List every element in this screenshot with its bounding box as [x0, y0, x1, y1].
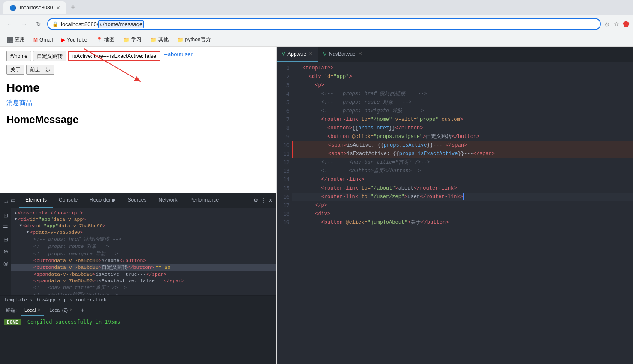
editor-tab-appvue[interactable]: V App.vue ✕ — [277, 47, 318, 62]
terminal-output: DONE Compiled successfully in 195ms — [0, 316, 276, 328]
tab-console[interactable]: Console — [53, 193, 84, 208]
active-tab[interactable]: 🔵 localhost:8080 ✕ — [3, 1, 66, 14]
tab-elements[interactable]: Elements — [19, 193, 53, 208]
device-toolbar-icon[interactable]: ▭ — [11, 197, 15, 203]
tab-elements-label: Elements — [25, 197, 47, 203]
dom-line-comment-btn[interactable]: <!-- <button>首页</button>--> — [11, 291, 276, 295]
dom-line-comment2[interactable]: <!-- props: route 对象 --> — [11, 243, 276, 250]
page-link[interactable]: 消息商品 — [6, 99, 270, 107]
other-bookmark[interactable]: 📁 其他 — [148, 35, 171, 44]
python-label: python官方 — [185, 36, 211, 43]
gmail-icon: M — [33, 37, 38, 43]
address-bar[interactable]: 🔒 localhost:8080/#/home/message — [47, 18, 601, 30]
nav-bar: ← → ↻ 🔒 localhost:8080/#/home/message ⎋ … — [0, 15, 633, 33]
devtools-tab-bar: ⬚ ▭ Elements Console Recorder ⏺ Sources — [0, 193, 276, 208]
new-tab-button[interactable]: + — [67, 1, 79, 13]
bookmark-button[interactable]: ☆ — [612, 20, 621, 28]
recorder-icon: ⏺ — [111, 197, 115, 202]
tab-close[interactable]: ✕ — [56, 5, 60, 11]
code-line-3: <p> — [292, 81, 633, 90]
dom-line-btn-home[interactable]: <button data-v-7ba5bd90>#/home</button> — [11, 257, 276, 264]
tab-performance-label: Performance — [189, 197, 219, 203]
dt-icon-1[interactable]: ⊡ — [0, 210, 11, 221]
tab-console-label: Console — [59, 197, 78, 203]
youtube-bookmark[interactable]: ▶ YouTube — [59, 36, 90, 44]
devtools-body: ⊡ ☰ ⊟ ⊕ ◎ ▶ <noscript>…</noscript> ▶ — [0, 208, 276, 295]
reload-button[interactable]: ↻ — [33, 18, 45, 30]
editor-tab-appvue-close[interactable]: ✕ — [309, 51, 313, 57]
dom-tree: ▶ <noscript>…</noscript> ▶ <div id="app"… — [11, 208, 276, 295]
youtube-label: YouTube — [67, 37, 87, 43]
terminal-tab-local-label: Local — [24, 307, 36, 313]
lock-icon: 🔒 — [52, 21, 58, 27]
code-line-15: <router-link to="/about">about</router-l… — [292, 184, 633, 193]
dom-line-comment-nav[interactable]: <!-- <nav-bar title="首页" />--> — [11, 284, 276, 291]
code-line-18: <div> — [292, 210, 633, 218]
dom-line-span-isexact[interactable]: <span data-v-7ba5bd90>isExactActive: fal… — [11, 277, 276, 284]
dom-line-p[interactable]: ▶ <p data-v-7ba5bd90> — [11, 229, 276, 235]
editor-tab-navbarvue[interactable]: V NavBar.vue ✕ — [318, 47, 367, 62]
add-terminal-button[interactable]: + — [78, 304, 87, 316]
close-devtools-icon[interactable]: ✕ — [268, 197, 273, 203]
page-content: #/home 自定义跳转 isActive: true--- isExactAc… — [0, 47, 276, 193]
terminal-tab-bar: 终端: Local ✕ Local (2) ✕ + — [0, 304, 276, 316]
dom-line-comment3[interactable]: <!-- props: navigate 导航 --> — [11, 250, 276, 257]
apps-bookmark[interactable]: 应用 — [4, 35, 27, 44]
maps-label: 地图 — [104, 36, 115, 43]
terminal-tab-local2-label: Local (2) — [49, 307, 68, 313]
home-nav-button[interactable]: #/home — [6, 51, 31, 61]
tab-network[interactable]: Network — [152, 193, 183, 208]
dom-line-div-app2[interactable]: ▶ <div id="app" data-v-7ba5bd90> — [11, 223, 276, 229]
dt-icon-5[interactable]: ◎ — [0, 258, 11, 269]
dom-line-comment1[interactable]: <!-- props: href 跳转的链接 --> — [11, 235, 276, 243]
python-bookmark[interactable]: 📁 python官方 — [175, 35, 214, 44]
url-text: localhost:8080/#/home/message — [61, 21, 596, 27]
study-icon: 📁 — [123, 37, 130, 43]
back-button[interactable]: ← — [3, 18, 15, 30]
terminal-tab-local2[interactable]: Local (2) ✕ — [46, 304, 76, 316]
other-icon: 📁 — [150, 37, 157, 43]
settings-icon[interactable]: ⚙ — [253, 197, 258, 203]
bookmarks-bar: 应用 M Gmail ▶ YouTube 📍 地图 📁 学习 📁 其他 — [0, 33, 633, 46]
address-bar-actions: ⎋ ☆ ⬟ — [603, 19, 630, 29]
dom-line-div-app[interactable]: ▶ <div id="app" data-v-app> — [11, 216, 276, 223]
forward-button[interactable]: → — [18, 18, 30, 30]
gmail-label: Gmail — [39, 37, 53, 43]
browser-chrome: 🔵 localhost:8080 ✕ + ← → ↻ 🔒 localhost:8… — [0, 0, 633, 47]
svg-line-1 — [84, 48, 135, 78]
devtools-panel: ⬚ ▭ Elements Console Recorder ⏺ Sources — [0, 193, 276, 364]
editor-tab-navbarvue-close[interactable]: ✕ — [358, 51, 362, 57]
dom-line-noscript[interactable]: ▶ <noscript>…</noscript> — [11, 210, 276, 216]
maps-bookmark[interactable]: 📍 地图 — [93, 35, 117, 44]
terminal-close-1[interactable]: ✕ — [37, 307, 41, 312]
code-line-16: <router-link to="/user/zep">user</router… — [292, 193, 633, 201]
dt-icon-3[interactable]: ⊟ — [0, 234, 11, 245]
dom-line-btn-custom[interactable]: <button data-v-7ba5bd90>自定义跳转</button>==… — [11, 264, 276, 271]
about-button[interactable]: 关于 — [6, 65, 24, 75]
custom-jump-button[interactable]: 自定义跳转 — [33, 51, 66, 61]
more-icon[interactable]: ⋮ — [261, 197, 266, 203]
study-bookmark[interactable]: 📁 学习 — [121, 35, 144, 44]
tab-sources-label: Sources — [127, 197, 146, 203]
appvue-vue-icon: V — [282, 51, 285, 57]
gmail-bookmark[interactable]: M Gmail — [31, 36, 55, 44]
breadcrumb-text: template › div#app › p › router-link — [4, 297, 106, 303]
code-line-5: <!-- props: route 对象 --> — [292, 98, 633, 107]
dt-icon-4[interactable]: ⊕ — [0, 246, 11, 257]
tab-performance[interactable]: Performance — [183, 193, 225, 208]
inspect-element-icon[interactable]: ⬚ — [3, 197, 8, 203]
terminal-tab-local[interactable]: Local ✕ — [21, 304, 44, 316]
share-button[interactable]: ⎋ — [603, 20, 610, 28]
code-line-1: <template> — [292, 64, 633, 72]
tab-recorder[interactable]: Recorder ⏺ — [84, 193, 121, 208]
code-line-8: <button>{{props.href}}</button> — [292, 124, 633, 132]
dt-icon-2[interactable]: ☰ — [0, 222, 11, 233]
terminal-close-2[interactable]: ✕ — [69, 307, 73, 312]
forward-step-button[interactable]: 前进一步 — [26, 65, 54, 75]
devtools-terminal: 终端: Local ✕ Local (2) ✕ + DONE Com — [0, 304, 276, 364]
python-icon: 📁 — [177, 37, 184, 43]
breadcrumb: template › div#app › p › router-link — [0, 295, 276, 304]
tab-sources[interactable]: Sources — [121, 193, 152, 208]
code-line-17: </p> — [292, 201, 633, 210]
dom-line-span-isactive[interactable]: <span data-v-7ba5bd90>isActive: true--- … — [11, 271, 276, 277]
